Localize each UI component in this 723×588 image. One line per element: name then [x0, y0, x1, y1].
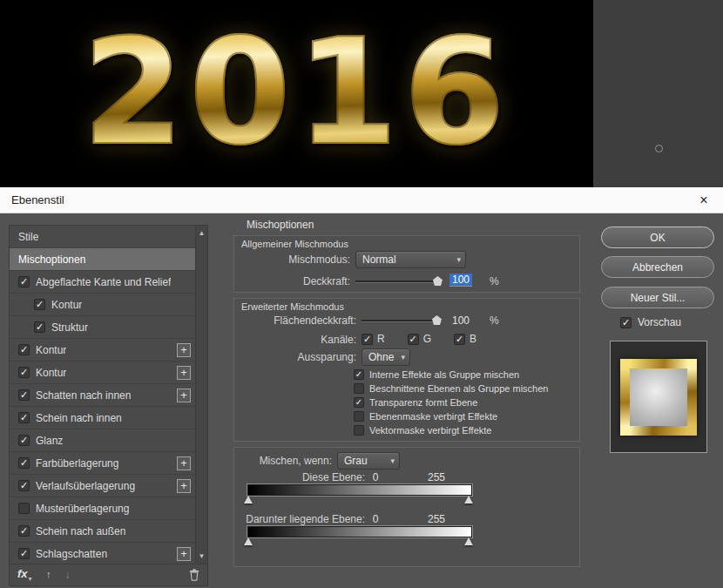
- advanced-blend-group: Erweiterter Mischmodus Flächendeckkraft:…: [233, 298, 580, 442]
- style-checkbox[interactable]: ✓: [18, 548, 30, 559]
- preview-checkbox[interactable]: ✓: [620, 317, 632, 328]
- move-effect-up-icon[interactable]: ↑: [46, 569, 51, 581]
- workspace-background: [593, 0, 723, 187]
- sidebar-item-label: Schein nach außen: [36, 525, 125, 537]
- option-checkbox[interactable]: [354, 411, 364, 422]
- style-preview-swatch: [620, 359, 697, 436]
- sidebar-item[interactable]: Mischoptionen: [10, 248, 195, 271]
- style-checkbox[interactable]: ✓: [18, 344, 30, 355]
- sidebar-item[interactable]: ✓Verlaufsüberlagerung+: [10, 475, 195, 497]
- knockout-value: Ohne: [368, 351, 394, 363]
- style-checkbox[interactable]: ✓: [18, 412, 30, 423]
- sidebar-item-label: Verlaufsüberlagerung: [36, 480, 135, 492]
- style-checkbox[interactable]: ✓: [18, 525, 30, 537]
- sidebar-item[interactable]: ✓Struktur: [10, 316, 195, 339]
- ok-button[interactable]: OK: [601, 226, 714, 248]
- sidebar-item-label: Mischoptionen: [18, 253, 85, 266]
- style-checkbox[interactable]: ✓: [18, 435, 30, 446]
- move-effect-down-icon[interactable]: ↓: [65, 569, 71, 581]
- delete-effect-icon[interactable]: [189, 569, 199, 581]
- opacity-unit: %: [490, 275, 499, 287]
- brush-cursor-icon: [655, 145, 663, 152]
- sidebar-item[interactable]: ✓Glanz: [10, 429, 195, 452]
- close-icon[interactable]: ×: [685, 193, 723, 208]
- style-checkbox[interactable]: [18, 503, 30, 514]
- option-checkbox[interactable]: ✓: [354, 369, 364, 380]
- style-checkbox[interactable]: ✓: [34, 321, 45, 333]
- dialog-titlebar[interactable]: Ebenenstil ×: [0, 187, 723, 213]
- fill-opacity-input[interactable]: 100: [452, 314, 470, 327]
- this-layer-gradient-bar[interactable]: [247, 484, 472, 496]
- sidebar-item[interactable]: ✓Schein nach außen: [10, 520, 195, 543]
- underlying-layer-black-handle[interactable]: [244, 537, 253, 545]
- channel-option[interactable]: ✓B: [454, 333, 476, 345]
- fx-icon[interactable]: fx▾: [17, 567, 32, 583]
- slider-track: [355, 280, 443, 282]
- add-effect-icon[interactable]: +: [177, 547, 191, 561]
- sidebar-item[interactable]: ✓Kontur+: [10, 339, 195, 362]
- style-list: StileMischoptionen✓Abgeflachte Kante und…: [9, 225, 208, 564]
- blend-if-label: Mischen, wenn:: [234, 455, 332, 467]
- slider-handle[interactable]: [432, 315, 442, 325]
- slider-handle[interactable]: [433, 276, 443, 286]
- advanced-option-row[interactable]: ✓Interne Effekte als Gruppe mischen: [354, 368, 548, 382]
- opacity-slider[interactable]: [355, 275, 443, 287]
- style-list-scrollbar[interactable]: ▲ ▼: [195, 226, 207, 564]
- sidebar-item[interactable]: ✓Schein nach innen: [10, 407, 195, 429]
- sidebar-item[interactable]: ✓Schlagschatten+: [10, 543, 195, 564]
- chevron-down-icon: ▾: [456, 255, 461, 264]
- underlying-layer-label: Darunter liegende Ebene:: [234, 513, 365, 525]
- style-checkbox[interactable]: ✓: [34, 299, 45, 310]
- blend-mode-select[interactable]: Normal ▾: [355, 251, 466, 268]
- sidebar-item[interactable]: ✓Schatten nach innen+: [10, 384, 195, 407]
- blend-if-select[interactable]: Grau ▾: [337, 452, 400, 470]
- advanced-option-row[interactable]: Beschnittene Ebenen als Gruppe mischen: [354, 382, 548, 395]
- option-label: Beschnittene Ebenen als Gruppe mischen: [369, 383, 548, 394]
- style-checkbox[interactable]: ✓: [18, 480, 30, 491]
- scroll-up-icon[interactable]: ▲: [199, 229, 206, 237]
- channel-checkbox[interactable]: ✓: [408, 334, 419, 345]
- new-style-button[interactable]: Neuer Stil...: [601, 287, 714, 308]
- channel-option[interactable]: ✓R: [362, 333, 385, 345]
- add-effect-icon[interactable]: +: [177, 456, 191, 470]
- cancel-button[interactable]: Abbrechen: [601, 256, 714, 278]
- underlying-layer-labels: Darunter liegende Ebene: 0 255: [234, 513, 579, 526]
- advanced-option-row[interactable]: Vektormaske verbirgt Effekte: [354, 423, 548, 437]
- this-layer-black-handle[interactable]: [244, 496, 253, 504]
- underlying-layer-white-handle[interactable]: [464, 537, 473, 545]
- sidebar-item[interactable]: ✓Kontur+: [10, 362, 195, 384]
- style-checkbox[interactable]: ✓: [18, 389, 30, 401]
- advanced-option-row[interactable]: ✓Transparenz formt Ebene: [354, 395, 548, 409]
- preview-toggle[interactable]: ✓ Vorschau: [620, 316, 681, 328]
- channel-checkbox[interactable]: ✓: [362, 334, 373, 345]
- add-effect-icon[interactable]: +: [177, 479, 191, 493]
- advanced-option-row[interactable]: Ebenenmaske verbirgt Effekte: [354, 409, 548, 423]
- option-checkbox[interactable]: [354, 425, 364, 436]
- option-checkbox[interactable]: [354, 383, 364, 394]
- this-layer-white-handle[interactable]: [464, 496, 473, 504]
- sidebar-item[interactable]: ✓Abgeflachte Kante und Relief: [10, 271, 195, 294]
- fill-opacity-slider[interactable]: [362, 314, 442, 327]
- this-layer-min: 0: [365, 471, 386, 483]
- sidebar-item[interactable]: Stile: [10, 226, 195, 248]
- option-label: Vektormaske verbirgt Effekte: [369, 425, 491, 436]
- underlying-layer-gradient-bar[interactable]: [247, 526, 472, 537]
- sidebar-item-label: Stile: [18, 231, 38, 243]
- option-checkbox[interactable]: ✓: [354, 397, 364, 408]
- blend-mode-value: Normal: [362, 253, 396, 266]
- style-checkbox[interactable]: ✓: [18, 367, 30, 378]
- sidebar-item[interactable]: Musterüberlagerung: [10, 497, 195, 520]
- scroll-down-icon[interactable]: ▼: [199, 552, 206, 560]
- knockout-select[interactable]: Ohne ▾: [362, 348, 410, 366]
- add-effect-icon[interactable]: +: [177, 343, 191, 357]
- opacity-input[interactable]: 100: [449, 274, 472, 287]
- style-checkbox[interactable]: ✓: [18, 276, 30, 287]
- channel-option[interactable]: ✓G: [408, 333, 431, 345]
- sidebar-item[interactable]: ✓Farbüberlagerung+: [10, 452, 195, 475]
- channel-checkbox[interactable]: ✓: [454, 334, 465, 345]
- sidebar-item[interactable]: ✓Kontur: [10, 294, 195, 316]
- style-checkbox[interactable]: ✓: [18, 457, 30, 469]
- add-effect-icon[interactable]: +: [177, 366, 191, 380]
- add-effect-icon[interactable]: +: [177, 389, 191, 402]
- underlying-layer-min: 0: [365, 513, 386, 525]
